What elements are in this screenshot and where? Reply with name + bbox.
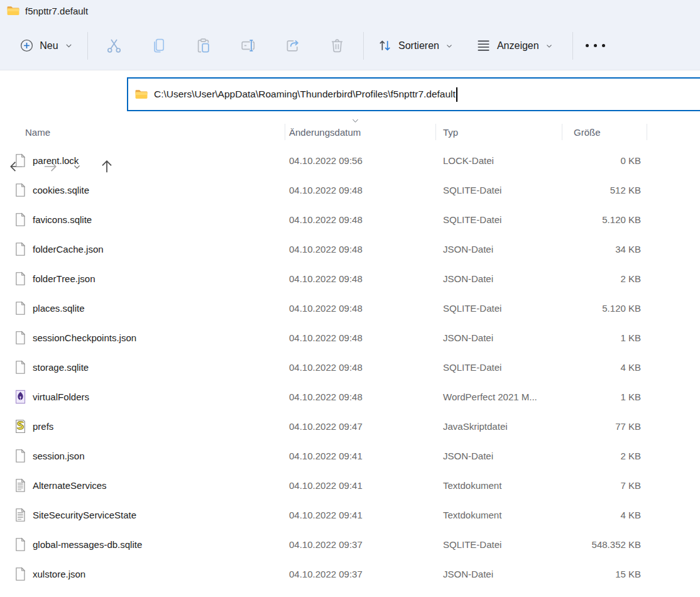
- column-header-type[interactable]: Typ: [435, 127, 562, 138]
- trash-icon: [329, 37, 346, 54]
- file-modified-date: 04.10.2022 09:48: [285, 273, 435, 284]
- address-path-text[interactable]: C:\Users\User\AppData\Roaming\Thunderbir…: [154, 89, 456, 100]
- file-row-sessionCheckpoints.json[interactable]: sessionCheckpoints.json 04.10.2022 09:48…: [0, 323, 700, 353]
- generic-file-icon: [14, 360, 26, 375]
- column-divider[interactable]: [562, 124, 562, 140]
- command-bar: Neu: [0, 21, 700, 70]
- file-name: AlternateServices: [33, 480, 107, 491]
- file-row-AlternateServices[interactable]: AlternateServices 04.10.2022 09:41 Textd…: [0, 471, 700, 500]
- file-type: SQLITE-Datei: [435, 185, 562, 195]
- file-type: JavaSkriptdatei: [435, 421, 562, 432]
- file-type: JSON-Datei: [435, 332, 562, 343]
- file-row-global-messages-db.sqlite[interactable]: global-messages-db.sqlite 04.10.2022 09:…: [0, 530, 700, 559]
- file-explorer-window: f5npttr7.default Neu: [0, 0, 700, 597]
- file-modified-date: 04.10.2022 09:41: [285, 510, 435, 520]
- file-modified-date: 04.10.2022 09:48: [285, 332, 435, 343]
- toolbar-divider: [87, 32, 88, 60]
- new-button[interactable]: Neu: [11, 32, 82, 60]
- file-size: 548.352 KB: [562, 539, 647, 550]
- rename-button[interactable]: [235, 32, 260, 60]
- paste-icon: [195, 37, 212, 54]
- generic-file-icon: [14, 301, 26, 315]
- file-modified-date: 04.10.2022 09:48: [285, 392, 435, 402]
- file-name: cookies.sqlite: [33, 185, 89, 195]
- column-header-date[interactable]: Änderungsdatum: [285, 127, 435, 138]
- file-type: SQLITE-Datei: [435, 214, 562, 225]
- text-file-icon: [14, 508, 26, 522]
- column-header-row: Name Änderungsdatum Typ Größe: [0, 118, 700, 146]
- file-row-places.sqlite[interactable]: places.sqlite 04.10.2022 09:48 SQLITE-Da…: [0, 293, 700, 323]
- file-name: storage.sqlite: [33, 362, 89, 373]
- file-row-folderTree.json[interactable]: folderTree.json 04.10.2022 09:48 JSON-Da…: [0, 264, 700, 293]
- paste-button[interactable]: [190, 32, 216, 60]
- sort-button-label: Sortieren: [398, 40, 439, 52]
- more-options-button[interactable]: [582, 32, 610, 60]
- file-name: xulstore.json: [33, 569, 85, 579]
- generic-file-icon: [14, 271, 26, 286]
- file-type: LOCK-Datei: [435, 155, 562, 166]
- view-list-icon: [476, 38, 491, 53]
- file-row-favicons.sqlite[interactable]: favicons.sqlite 04.10.2022 09:48 SQLITE-…: [0, 205, 700, 234]
- text-file-icon: [14, 478, 26, 493]
- file-type: SQLITE-Datei: [435, 539, 562, 550]
- file-modified-date: 04.10.2022 09:48: [285, 244, 435, 255]
- folder-icon: [134, 89, 148, 100]
- file-name: global-messages-db.sqlite: [33, 539, 142, 550]
- file-type: SQLITE-Datei: [435, 362, 562, 373]
- file-type: Textdokument: [435, 480, 562, 491]
- file-type: JSON-Datei: [435, 273, 562, 284]
- folder-icon: [6, 5, 20, 16]
- generic-file-icon: [14, 331, 26, 345]
- file-row-parent.lock[interactable]: parent.lock 04.10.2022 09:56 LOCK-Datei …: [0, 146, 700, 175]
- file-modified-date: 04.10.2022 09:48: [285, 214, 435, 225]
- column-divider[interactable]: [285, 124, 285, 140]
- generic-file-icon: [14, 153, 26, 168]
- column-divider[interactable]: [647, 124, 647, 140]
- address-bar[interactable]: C:\Users\User\AppData\Roaming\Thunderbir…: [127, 77, 700, 111]
- generic-file-icon: [14, 183, 26, 197]
- file-name: SiteSecurityServiceState: [33, 510, 136, 520]
- file-name: folderCache.json: [33, 244, 104, 255]
- file-name: favicons.sqlite: [33, 214, 92, 225]
- view-button[interactable]: Anzeigen: [469, 32, 560, 60]
- file-name: session.json: [33, 451, 85, 461]
- file-size: 4 KB: [562, 362, 647, 373]
- share-button[interactable]: [280, 32, 305, 60]
- file-type: WordPerfect 2021 M...: [435, 392, 562, 402]
- column-header-name[interactable]: Name: [14, 127, 285, 138]
- file-row-cookies.sqlite[interactable]: cookies.sqlite 04.10.2022 09:48 SQLITE-D…: [0, 175, 700, 205]
- file-modified-date: 04.10.2022 09:37: [285, 569, 435, 579]
- file-row-prefs[interactable]: prefs 04.10.2022 09:47 JavaSkriptdatei 7…: [0, 412, 700, 441]
- file-row-session.json[interactable]: session.json 04.10.2022 09:41 JSON-Datei…: [0, 441, 700, 471]
- javascript-file-icon: [14, 419, 26, 434]
- file-row-virtualFolders[interactable]: virtualFolders 04.10.2022 09:48 WordPerf…: [0, 382, 700, 412]
- file-row-SiteSecurityServiceState[interactable]: SiteSecurityServiceState 04.10.2022 09:4…: [0, 500, 700, 530]
- file-type: Textdokument: [435, 510, 562, 520]
- file-name: parent.lock: [33, 155, 79, 166]
- copy-button[interactable]: [146, 32, 171, 60]
- file-size: 2 KB: [562, 273, 647, 284]
- cut-button[interactable]: [101, 32, 126, 60]
- window-title: f5npttr7.default: [25, 6, 88, 16]
- sort-button[interactable]: Sortieren: [371, 32, 460, 60]
- file-row-folderCache.json[interactable]: folderCache.json 04.10.2022 09:48 JSON-D…: [0, 234, 700, 264]
- file-row-storage.sqlite[interactable]: storage.sqlite 04.10.2022 09:48 SQLITE-D…: [0, 353, 700, 382]
- file-modified-date: 04.10.2022 09:48: [285, 362, 435, 373]
- file-name: prefs: [33, 421, 53, 432]
- file-size: 2 KB: [562, 451, 647, 461]
- file-size: 34 KB: [562, 244, 647, 255]
- file-size: 0 KB: [562, 155, 647, 166]
- delete-button[interactable]: [324, 32, 349, 60]
- cut-icon: [106, 37, 123, 54]
- title-bar: f5npttr7.default: [0, 0, 700, 21]
- file-modified-date: 04.10.2022 09:41: [285, 451, 435, 461]
- file-modified-date: 04.10.2022 09:37: [285, 539, 435, 550]
- chevron-down-icon: [445, 41, 454, 50]
- file-modified-date: 04.10.2022 09:56: [285, 155, 435, 166]
- file-row-xulstore.json[interactable]: xulstore.json 04.10.2022 09:37 JSON-Date…: [0, 559, 700, 589]
- file-modified-date: 04.10.2022 09:48: [285, 303, 435, 314]
- column-header-size[interactable]: Größe: [562, 127, 647, 138]
- column-divider[interactable]: [435, 124, 436, 140]
- window-chrome: f5npttr7.default Neu: [0, 0, 700, 70]
- ellipsis-icon: [586, 44, 589, 47]
